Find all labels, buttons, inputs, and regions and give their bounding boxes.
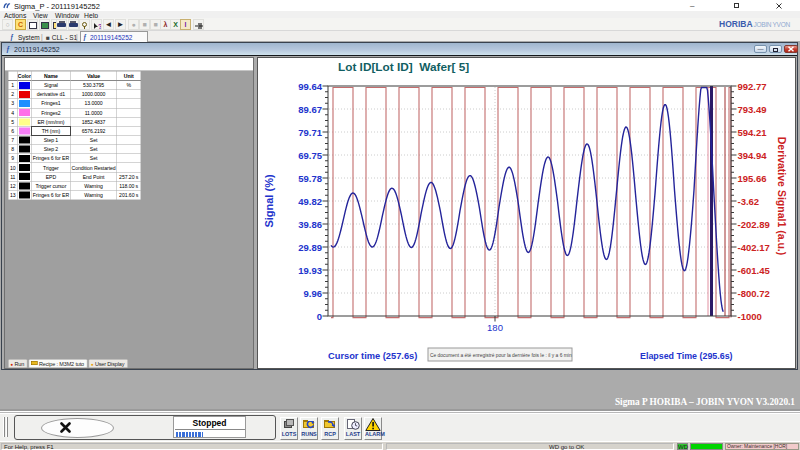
svg-text:-402.17: -402.17 <box>738 242 770 253</box>
svg-text:79.71: 79.71 <box>298 127 322 138</box>
svg-text:Cursor time (257.6s): Cursor time (257.6s) <box>328 351 417 361</box>
svg-text:394.94: 394.94 <box>738 150 768 161</box>
svg-text:-1000: -1000 <box>738 311 762 322</box>
svg-text:0: 0 <box>317 311 322 322</box>
svg-text:Ce document a été enregistré p: Ce document a été enregistré pour la der… <box>430 353 572 358</box>
svg-text:89.67: 89.67 <box>298 104 322 115</box>
svg-text:69.75: 69.75 <box>298 150 322 161</box>
svg-text:793.49: 793.49 <box>738 104 767 115</box>
svg-text:9.96: 9.96 <box>304 288 323 299</box>
svg-text:180: 180 <box>487 322 503 333</box>
svg-text:29.89: 29.89 <box>298 242 322 253</box>
svg-text:594.21: 594.21 <box>738 127 768 138</box>
svg-text:?: ? <box>98 23 102 30</box>
svg-text:Derivative Signal1 (a.u.): Derivative Signal1 (a.u.) <box>776 137 788 255</box>
svg-text:-800.72: -800.72 <box>738 288 770 299</box>
svg-text:-601.45: -601.45 <box>738 265 771 276</box>
svg-text:Elapsed Time (295.6s): Elapsed Time (295.6s) <box>640 351 733 361</box>
svg-text:19.93: 19.93 <box>298 265 322 276</box>
svg-text:Signal (%): Signal (%) <box>263 174 275 228</box>
svg-text:195.66: 195.66 <box>738 173 767 184</box>
svg-text:-202.89: -202.89 <box>738 219 770 230</box>
svg-text:99.64: 99.64 <box>298 81 322 92</box>
svg-text:59.78: 59.78 <box>298 173 322 184</box>
svg-text:39.86: 39.86 <box>298 219 322 230</box>
svg-text:992.77: 992.77 <box>738 81 767 92</box>
svg-text:Lot ID[Lot ID] Wafer[ 5]: Lot ID[Lot ID] Wafer[ 5] <box>338 60 469 74</box>
svg-text:-3.62: -3.62 <box>738 196 760 207</box>
svg-text:49.82: 49.82 <box>298 196 322 207</box>
